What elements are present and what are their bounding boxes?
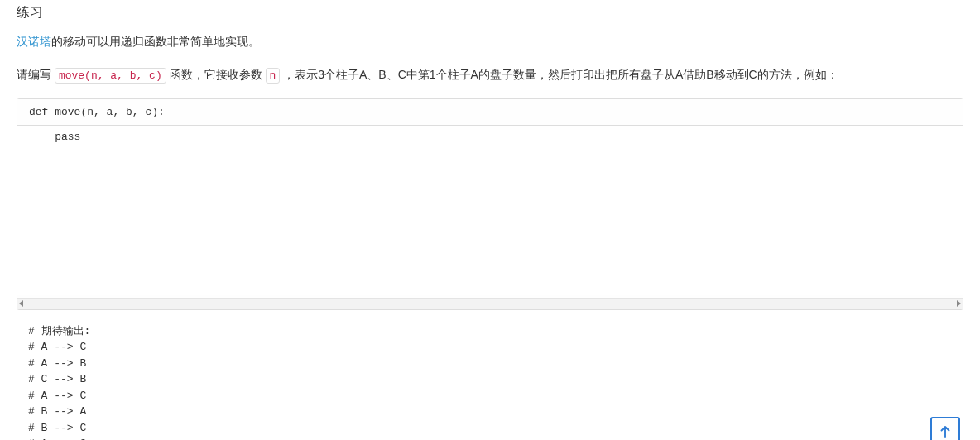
scroll-right-arrow-icon[interactable] (957, 300, 961, 307)
instruction-part1: 请编写 (17, 68, 55, 81)
instruction-paragraph: 请编写 move(n, a, b, c) 函数，它接收参数 n ，表示3个柱子A… (17, 65, 963, 85)
instruction-part2: 函数，它接收参数 (166, 68, 266, 81)
scroll-to-top-button[interactable] (930, 417, 960, 440)
code-editor[interactable] (17, 126, 963, 295)
code-body-wrapper (17, 126, 963, 309)
code-block: def move(n, a, b, c): (17, 98, 963, 310)
instruction-part3: ，表示3个柱子A、B、C中第1个柱子A的盘子数量，然后打印出把所有盘子从A借助B… (280, 68, 838, 81)
expected-output: # 期待输出: # A --> C # A --> B # C --> B # … (17, 320, 963, 440)
code-signature: def move(n, a, b, c): (17, 99, 963, 126)
section-title: 练习 (17, 4, 963, 22)
hanoi-link[interactable]: 汉诺塔 (17, 35, 51, 48)
code-inline-func: move(n, a, b, c) (55, 68, 166, 84)
arrow-up-icon (938, 424, 953, 439)
scroll-left-arrow-icon[interactable] (19, 300, 23, 307)
intro-rest: 的移动可以用递归函数非常简单地实现。 (51, 35, 260, 48)
horizontal-scrollbar[interactable] (17, 298, 963, 309)
intro-paragraph: 汉诺塔的移动可以用递归函数非常简单地实现。 (17, 31, 963, 52)
code-inline-param: n (266, 68, 281, 84)
